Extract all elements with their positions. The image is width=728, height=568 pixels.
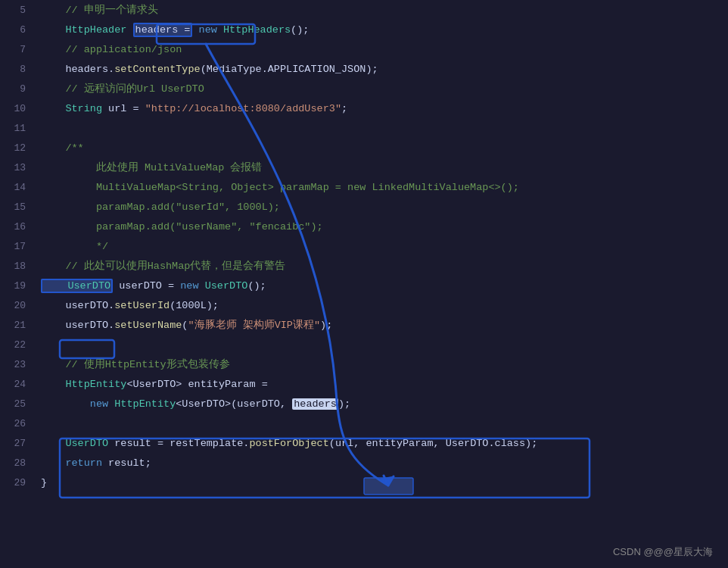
line-content: headers.setContentType(MediaType.APPLICA… (38, 64, 728, 75)
line-number: 15 (0, 201, 38, 213)
line-content: */ (38, 241, 728, 252)
code-editor: 5 // 申明一个请求头6 HttpHeader headers = new H… (0, 0, 728, 568)
line-content: 此处使用 MultiValueMap 会报错 (38, 161, 728, 174)
line-number: 24 (0, 379, 38, 390)
line-content: // 远程访问的Url UserDTO (38, 82, 728, 95)
table-row: 13 此处使用 MultiValueMap 会报错 (0, 158, 728, 177)
line-number: 21 (0, 320, 38, 331)
table-row: 28 return result; (0, 453, 728, 473)
line-number: 29 (0, 477, 38, 488)
line-content: userDTO.setUserName("海豚老师 架构师VIP课程"); (38, 318, 728, 332)
line-number: 17 (0, 241, 38, 252)
table-row: 9 // 远程访问的Url UserDTO (0, 79, 728, 98)
line-number: 16 (0, 221, 38, 233)
table-row: 24 HttpEntity<UserDTO> entityParam = (0, 374, 728, 394)
line-content (38, 339, 728, 351)
line-content: // application/json (38, 44, 728, 55)
line-number: 11 (0, 123, 38, 134)
table-row: 26 (0, 414, 728, 433)
line-number: 22 (0, 339, 38, 351)
line-number: 7 (0, 44, 38, 55)
table-row: 21 userDTO.setUserName("海豚老师 架构师VIP课程"); (0, 315, 728, 335)
line-content: HttpEntity<UserDTO> entityParam = (38, 379, 728, 390)
line-content: UserDTO userDTO = new UserDTO(); (38, 280, 728, 292)
line-content: // 此处可以使用HashMap代替，但是会有警告 (38, 259, 728, 273)
line-number: 23 (0, 359, 38, 370)
table-row: 22 (0, 335, 728, 354)
line-content: paramMap.add("userId", 1000L); (38, 201, 728, 213)
line-number: 5 (0, 5, 38, 16)
table-row: 18 // 此处可以使用HashMap代替，但是会有警告 (0, 256, 728, 276)
table-row: 6 HttpHeader headers = new HttpHeaders()… (0, 20, 728, 39)
line-number: 19 (0, 280, 38, 292)
line-content: } (38, 477, 728, 488)
table-row: 7 // application/json (0, 39, 728, 59)
line-content (38, 418, 728, 429)
line-content: userDTO.setUserId(1000L); (38, 300, 728, 311)
table-row: 20 userDTO.setUserId(1000L); (0, 295, 728, 315)
table-row: 8 headers.setContentType(MediaType.APPLI… (0, 59, 728, 79)
table-row: 29} (0, 473, 728, 492)
line-content: new HttpEntity<UserDTO>(userDTO, headers… (38, 398, 728, 410)
line-number: 13 (0, 162, 38, 173)
line-number: 12 (0, 142, 38, 154)
line-content: /** (38, 142, 728, 154)
table-row: 11 (0, 118, 728, 138)
table-row: 12 /** (0, 138, 728, 158)
line-number: 27 (0, 438, 38, 449)
line-number: 9 (0, 83, 38, 95)
line-number: 25 (0, 398, 38, 410)
line-content: return result; (38, 457, 728, 469)
line-content: // 使用HttpEntity形式包装传参 (38, 357, 728, 371)
table-row: 23 // 使用HttpEntity形式包装传参 (0, 354, 728, 374)
line-number: 8 (0, 64, 38, 75)
table-row: 14 MultiValueMap<String, Object> paramMa… (0, 177, 728, 197)
line-number: 14 (0, 182, 38, 193)
line-content: // 申明一个请求头 (38, 3, 728, 17)
line-number: 20 (0, 300, 38, 311)
line-number: 6 (0, 24, 38, 36)
line-number: 28 (0, 457, 38, 469)
table-row: 10 String url = "http://localhost:8080/a… (0, 98, 728, 118)
line-number: 10 (0, 103, 38, 114)
table-row: 19 UserDTO userDTO = new UserDTO(); (0, 276, 728, 295)
line-number: 26 (0, 418, 38, 429)
table-row: 25 new HttpEntity<UserDTO>(userDTO, head… (0, 394, 728, 414)
table-row: 15 paramMap.add("userId", 1000L); (0, 197, 728, 217)
table-row: 17 */ (0, 236, 728, 256)
table-row: 5 // 申明一个请求头 (0, 0, 728, 20)
code-lines: 5 // 申明一个请求头6 HttpHeader headers = new H… (0, 0, 728, 492)
table-row: 27 UserDTO result = restTemplate.postFor… (0, 433, 728, 453)
line-content: UserDTO result = restTemplate.postForObj… (38, 438, 728, 449)
line-number: 18 (0, 261, 38, 272)
line-content: MultiValueMap<String, Object> paramMap =… (38, 182, 728, 193)
line-content: HttpHeader headers = new HttpHeaders(); (38, 24, 728, 36)
line-content (38, 123, 728, 134)
table-row: 16 paramMap.add("userName", "fencaibc"); (0, 217, 728, 236)
line-content: String url = "http://localhost:8080/addU… (38, 103, 728, 114)
watermark: CSDN @@@星辰大海 (613, 545, 713, 559)
line-content: paramMap.add("userName", "fencaibc"); (38, 221, 728, 233)
